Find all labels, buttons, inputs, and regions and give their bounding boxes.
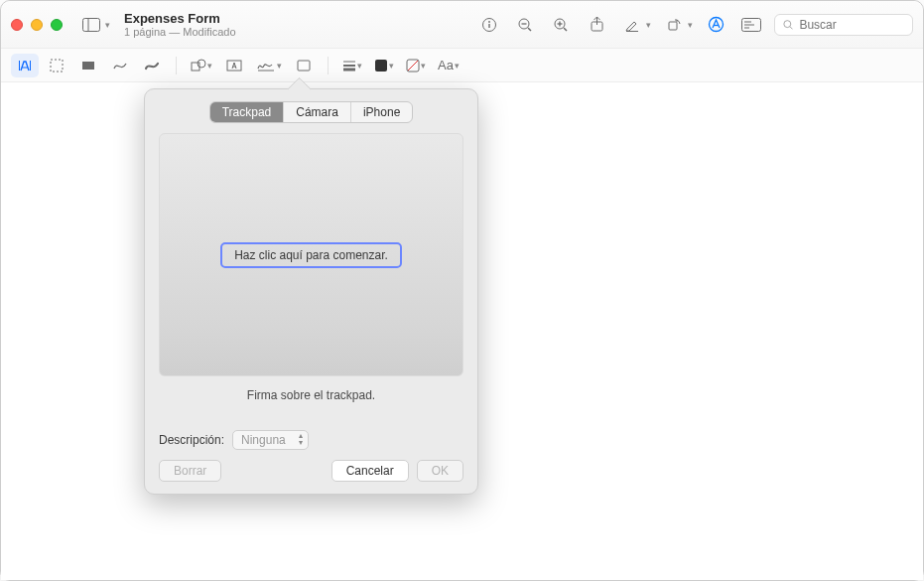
- sign-tool[interactable]: ▾: [252, 54, 286, 77]
- stroke-color-icon: [374, 59, 388, 73]
- signature-popover: Trackpad Cámara iPhone Haz clic aquí par…: [144, 88, 478, 495]
- stroke-color-tool[interactable]: ▾: [370, 54, 398, 77]
- text-selection-tool[interactable]: [11, 54, 39, 77]
- shapes-tool[interactable]: ▾: [187, 54, 216, 77]
- svg-rect-0: [83, 18, 100, 31]
- rotate-button[interactable]: ▾: [661, 12, 693, 38]
- description-row: Descripción: Ninguna ▴▾: [159, 430, 463, 450]
- svg-rect-27: [51, 60, 63, 72]
- chevron-down-icon: ▾: [688, 20, 693, 30]
- svg-line-40: [408, 61, 418, 71]
- note-tool[interactable]: [290, 54, 318, 77]
- document-title-block[interactable]: Expenses Form 1 página — Modificado: [124, 11, 263, 38]
- note-icon: [297, 59, 311, 73]
- markup-toolbar: ▾ ▾ ▾ ▾ ▾ Aa ▾: [1, 49, 923, 82]
- select-arrows-icon: ▴▾: [299, 432, 303, 446]
- form-fill-icon: [741, 18, 761, 32]
- rect-select-icon: [50, 59, 64, 73]
- window-traffic-lights: [11, 19, 63, 31]
- text-style-icon: Aa: [438, 58, 454, 73]
- description-select[interactable]: Ninguna ▴▾: [232, 430, 309, 450]
- separator: [328, 57, 329, 74]
- tab-camera[interactable]: Cámara: [283, 102, 350, 122]
- sketch-icon: [112, 59, 128, 73]
- minimize-window-button[interactable]: [31, 19, 43, 31]
- separator: [176, 57, 177, 74]
- titlebar: ▾ Expenses Form 1 página — Modificado ▾: [1, 1, 923, 49]
- stroke-icon: [342, 60, 356, 72]
- chevron-down-icon: ▾: [455, 61, 460, 71]
- chevron-down-icon: ▾: [105, 20, 110, 30]
- sketch-tool[interactable]: [106, 54, 134, 77]
- close-window-button[interactable]: [11, 19, 23, 31]
- fill-color-tool[interactable]: ▾: [402, 54, 430, 77]
- description-value: Ninguna: [241, 433, 286, 447]
- textbox-tool[interactable]: [220, 54, 248, 77]
- tab-iphone[interactable]: iPhone: [350, 102, 412, 122]
- zoom-in-button[interactable]: [548, 12, 574, 38]
- start-signing-button[interactable]: Haz clic aquí para comenzar.: [220, 242, 402, 268]
- draw-icon: [144, 59, 160, 73]
- share-icon: [590, 16, 604, 33]
- draw-tool[interactable]: [138, 54, 166, 77]
- rect-selection-tool[interactable]: [43, 54, 70, 77]
- svg-rect-38: [375, 60, 387, 72]
- svg-point-30: [198, 60, 205, 68]
- textbox-icon: [226, 59, 242, 73]
- svg-rect-15: [669, 22, 677, 30]
- document-canvas[interactable]: Trackpad Cámara iPhone Haz clic aquí par…: [1, 82, 923, 580]
- markup-icon: [708, 16, 725, 33]
- info-icon: [481, 17, 497, 33]
- stroke-width-tool[interactable]: ▾: [338, 54, 366, 77]
- signature-source-tabs: Trackpad Cámara iPhone: [159, 101, 463, 123]
- chevron-down-icon: ▾: [207, 61, 212, 71]
- tab-trackpad[interactable]: Trackpad: [210, 102, 284, 122]
- svg-line-23: [790, 26, 793, 29]
- svg-rect-34: [298, 61, 310, 71]
- chevron-down-icon: ▾: [357, 61, 362, 71]
- fill-color-icon: [406, 59, 420, 73]
- text-select-icon: [18, 59, 32, 73]
- search-icon: [783, 19, 793, 31]
- form-fill-button[interactable]: [738, 12, 764, 38]
- document-title: Expenses Form: [124, 11, 263, 26]
- markup-toggle-button[interactable]: [703, 12, 728, 38]
- signature-caption: Firma sobre el trackpad.: [159, 388, 463, 402]
- zoom-out-button[interactable]: [512, 12, 538, 38]
- sidebar-toggle-button[interactable]: ▾: [78, 12, 110, 38]
- svg-rect-4: [488, 24, 489, 28]
- sign-icon: [256, 59, 276, 73]
- chevron-down-icon: ▾: [277, 61, 282, 71]
- rotate-icon: [661, 12, 687, 38]
- chevron-down-icon: ▾: [646, 20, 651, 30]
- inspector-button[interactable]: [476, 12, 502, 38]
- search-field[interactable]: [774, 14, 913, 36]
- svg-rect-28: [82, 62, 94, 70]
- signature-canvas[interactable]: Haz clic aquí para comenzar.: [159, 133, 463, 376]
- ok-button[interactable]: OK: [417, 460, 463, 482]
- svg-line-9: [564, 28, 567, 31]
- sidebar-icon: [78, 12, 104, 38]
- share-button[interactable]: [584, 12, 609, 38]
- chevron-down-icon: ▾: [421, 61, 426, 71]
- clear-button[interactable]: Borrar: [159, 460, 221, 482]
- document-subtitle: 1 página — Modificado: [124, 26, 263, 38]
- svg-line-6: [528, 28, 531, 31]
- popover-button-row: Borrar Cancelar OK: [159, 460, 463, 482]
- redact-icon: [81, 59, 95, 73]
- redact-tool[interactable]: [74, 54, 102, 77]
- zoom-window-button[interactable]: [51, 19, 63, 31]
- cancel-button[interactable]: Cancelar: [331, 460, 409, 482]
- search-input[interactable]: [799, 18, 904, 32]
- text-style-tool[interactable]: Aa ▾: [434, 54, 463, 77]
- highlight-button[interactable]: ▾: [619, 12, 651, 38]
- description-label: Descripción:: [159, 433, 224, 447]
- shapes-icon: [191, 59, 206, 73]
- svg-point-3: [488, 21, 490, 23]
- highlight-icon: [619, 12, 645, 38]
- svg-point-22: [784, 20, 791, 27]
- preview-window: ▾ Expenses Form 1 página — Modificado ▾: [0, 0, 924, 581]
- zoom-out-icon: [517, 17, 533, 33]
- chevron-down-icon: ▾: [389, 61, 394, 71]
- zoom-in-icon: [553, 17, 569, 33]
